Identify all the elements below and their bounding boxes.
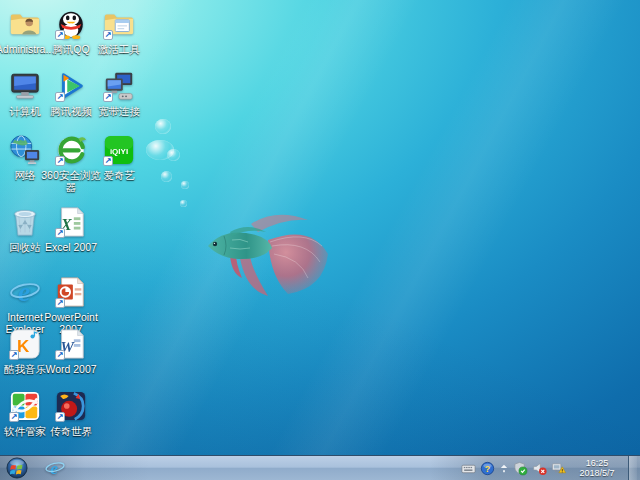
kuwo-music-icon: K: [9, 328, 41, 360]
taskbar-internet-explorer-button[interactable]: e: [40, 456, 70, 480]
desktop-icon-label: 宽带连接: [98, 105, 140, 117]
broadband-connection-icon: [103, 70, 135, 102]
360-browser-icon: [55, 134, 87, 166]
svg-text:e: e: [18, 276, 31, 307]
shortcut-arrow-badge: [9, 350, 19, 360]
desktop-icon-label: 计算机: [9, 105, 41, 117]
bubble: [155, 119, 171, 134]
taskbar-clock[interactable]: 16:25 2018/5/7: [570, 458, 624, 478]
legend-world-game-icon: [55, 390, 87, 422]
help-question-icon[interactable]: ?: [480, 461, 495, 476]
clock-time: 16:25: [572, 458, 622, 468]
tools-folder-icon: [103, 8, 135, 40]
shortcut-arrow-badge: [55, 412, 65, 422]
bubble: [161, 171, 172, 182]
volume-muted-icon[interactable]: [532, 461, 547, 476]
bubble: [167, 149, 180, 161]
desktop-icon-tools-folder[interactable]: 激活工具: [88, 8, 150, 55]
svg-text:e: e: [50, 458, 58, 478]
svg-text:iQIYI: iQIYI: [110, 147, 128, 156]
desktop-icon-label: 腾讯视频: [50, 105, 92, 117]
clock-date: 2018/5/7: [572, 468, 622, 478]
desktop-icon-word[interactable]: WWord 2007: [40, 328, 102, 375]
desktop-icon-powerpoint[interactable]: PowerPoint 2007: [40, 276, 102, 335]
word-icon: W: [55, 328, 87, 360]
internet-explorer-icon: e: [9, 276, 41, 308]
desktop-icon-label: 回收站: [9, 241, 41, 253]
software-manager-icon: [9, 390, 41, 422]
recycle-bin-icon: [9, 206, 41, 238]
bubble: [180, 200, 187, 207]
desktop-icon-label: 爱奇艺: [103, 169, 135, 181]
tencent-video-play-icon: [55, 70, 87, 102]
shortcut-arrow-badge: [55, 350, 65, 360]
desktop-icon-iqiyi[interactable]: iQIYI爱奇艺: [88, 134, 150, 181]
show-desktop-button[interactable]: [628, 456, 637, 480]
shortcut-arrow-badge: [55, 228, 65, 238]
qq-penguin-icon: [55, 8, 87, 40]
computer-monitor-icon: [9, 70, 41, 102]
user-folder-icon: [9, 8, 41, 40]
shortcut-arrow-badge: [103, 30, 113, 40]
desktop-icon-legend-world-game[interactable]: 传奇世界: [40, 390, 102, 437]
svg-text:?: ?: [485, 463, 490, 473]
bubble: [146, 140, 174, 160]
desktop-icon-broadband-connection[interactable]: 宽带连接: [88, 70, 150, 117]
desktop-icon-label: Excel 2007: [45, 241, 97, 253]
network-globe-icon: [9, 134, 41, 166]
shortcut-arrow-badge: [103, 156, 113, 166]
start-button[interactable]: [0, 456, 34, 480]
shortcut-arrow-badge: [9, 412, 19, 422]
desktop-icon-label: 激活工具: [98, 43, 140, 55]
desktop-icon-label: 腾讯QQ: [52, 43, 89, 55]
desktop-icon-label: 网络: [15, 169, 36, 181]
shortcut-arrow-badge: [55, 92, 65, 102]
security-status-check-icon[interactable]: [513, 461, 528, 476]
shortcut-arrow-badge: [55, 298, 65, 308]
shortcut-arrow-badge: [103, 92, 113, 102]
powerpoint-icon: [55, 276, 87, 308]
input-method-keyboard-icon[interactable]: [461, 461, 476, 476]
betta-fish-wallpaper: [196, 206, 336, 308]
iqiyi-icon: iQIYI: [103, 134, 135, 166]
system-tray: ?: [461, 456, 640, 480]
desktop[interactable]: Administra...腾讯QQ激活工具计算机腾讯视频宽带连接网络360安全浏…: [0, 0, 640, 480]
show-hidden-icons-arrow[interactable]: [499, 461, 509, 476]
desktop-icon-label: 传奇世界: [50, 425, 92, 437]
taskbar: e ?: [0, 455, 640, 480]
desktop-icon-excel[interactable]: XExcel 2007: [40, 206, 102, 253]
bubble: [181, 181, 189, 189]
network-limited-warning-icon[interactable]: [551, 461, 566, 476]
shortcut-arrow-badge: [55, 156, 65, 166]
desktop-icon-label: Word 2007: [45, 363, 96, 375]
excel-icon: X: [55, 206, 87, 238]
shortcut-arrow-badge: [55, 30, 65, 40]
